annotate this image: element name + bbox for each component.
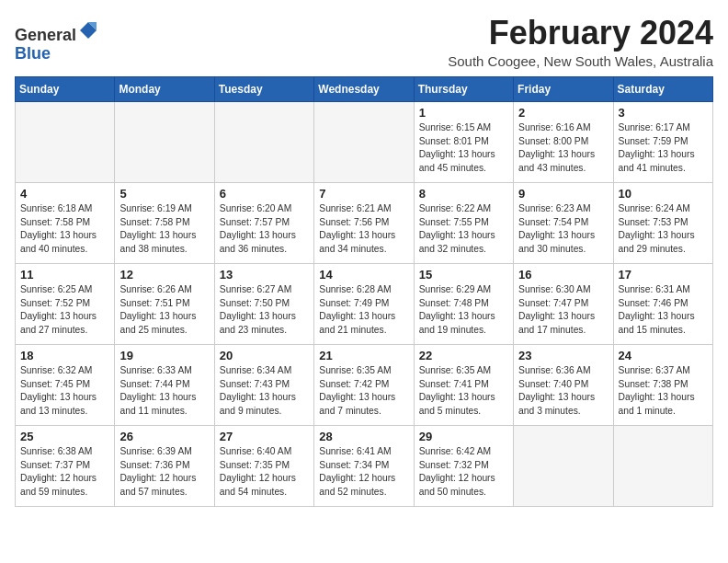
day-number: 6 — [220, 187, 309, 201]
day-info: Sunrise: 6:32 AMSunset: 7:45 PMDaylight:… — [20, 364, 109, 419]
calendar-cell: 28Sunrise: 6:41 AMSunset: 7:34 PMDayligh… — [314, 425, 414, 506]
calendar-cell: 7Sunrise: 6:21 AMSunset: 7:56 PMDaylight… — [314, 182, 414, 263]
day-info: Sunrise: 6:22 AMSunset: 7:55 PMDaylight:… — [419, 202, 508, 258]
day-info: Sunrise: 6:29 AMSunset: 7:48 PMDaylight:… — [419, 283, 508, 339]
logo-general: General — [15, 26, 76, 44]
day-header-wednesday: Wednesday — [314, 76, 414, 101]
day-number: 8 — [419, 187, 508, 201]
calendar-cell: 15Sunrise: 6:29 AMSunset: 7:48 PMDayligh… — [414, 263, 513, 344]
day-info: Sunrise: 6:24 AMSunset: 7:53 PMDaylight:… — [619, 202, 708, 258]
day-info: Sunrise: 6:28 AMSunset: 7:49 PMDaylight:… — [319, 283, 408, 339]
week-row-4: 18Sunrise: 6:32 AMSunset: 7:45 PMDayligh… — [16, 344, 713, 425]
calendar-cell: 27Sunrise: 6:40 AMSunset: 7:35 PMDayligh… — [214, 425, 313, 506]
day-info: Sunrise: 6:35 AMSunset: 7:42 PMDaylight:… — [319, 364, 408, 419]
day-number: 16 — [518, 268, 608, 282]
calendar-cell: 29Sunrise: 6:42 AMSunset: 7:32 PMDayligh… — [414, 425, 513, 506]
day-info: Sunrise: 6:34 AMSunset: 7:43 PMDaylight:… — [220, 364, 309, 419]
calendar-cell: 6Sunrise: 6:20 AMSunset: 7:57 PMDaylight… — [214, 182, 313, 263]
day-number: 5 — [119, 187, 209, 201]
calendar-cell: 17Sunrise: 6:31 AMSunset: 7:46 PMDayligh… — [613, 263, 712, 344]
calendar-cell: 14Sunrise: 6:28 AMSunset: 7:49 PMDayligh… — [314, 263, 414, 344]
day-info: Sunrise: 6:42 AMSunset: 7:32 PMDaylight:… — [419, 445, 508, 500]
day-info: Sunrise: 6:21 AMSunset: 7:56 PMDaylight:… — [319, 202, 408, 258]
day-number: 7 — [319, 187, 408, 201]
day-info: Sunrise: 6:39 AMSunset: 7:36 PMDaylight:… — [119, 445, 209, 500]
calendar-cell: 16Sunrise: 6:30 AMSunset: 7:47 PMDayligh… — [514, 263, 613, 344]
day-info: Sunrise: 6:19 AMSunset: 7:58 PMDaylight:… — [119, 202, 209, 258]
calendar-cell: 20Sunrise: 6:34 AMSunset: 7:43 PMDayligh… — [214, 344, 313, 425]
week-row-5: 25Sunrise: 6:38 AMSunset: 7:37 PMDayligh… — [16, 425, 713, 506]
day-number: 15 — [419, 268, 508, 282]
day-number: 29 — [419, 430, 508, 443]
day-header-tuesday: Tuesday — [214, 76, 313, 101]
calendar-cell — [514, 425, 613, 506]
day-header-sunday: Sunday — [16, 76, 115, 101]
day-info: Sunrise: 6:36 AMSunset: 7:40 PMDaylight:… — [518, 364, 608, 419]
calendar-table: SundayMondayTuesdayWednesdayThursdayFrid… — [15, 76, 713, 507]
calendar-cell: 22Sunrise: 6:35 AMSunset: 7:41 PMDayligh… — [414, 344, 513, 425]
day-number: 4 — [20, 187, 109, 201]
page-header: General Blue February 2024 South Coogee,… — [15, 15, 713, 69]
calendar-cell — [16, 101, 115, 182]
logo-blue: Blue — [15, 44, 51, 63]
calendar-cell: 1Sunrise: 6:15 AMSunset: 8:01 PMDaylight… — [414, 101, 513, 182]
day-number: 9 — [518, 187, 608, 201]
day-number: 24 — [619, 349, 708, 362]
day-info: Sunrise: 6:25 AMSunset: 7:52 PMDaylight:… — [20, 283, 109, 339]
day-info: Sunrise: 6:30 AMSunset: 7:47 PMDaylight:… — [518, 283, 608, 339]
calendar-cell: 18Sunrise: 6:32 AMSunset: 7:45 PMDayligh… — [16, 344, 115, 425]
calendar-cell — [214, 101, 313, 182]
day-number: 14 — [319, 268, 408, 282]
calendar-cell: 13Sunrise: 6:27 AMSunset: 7:50 PMDayligh… — [214, 263, 313, 344]
calendar-cell: 25Sunrise: 6:38 AMSunset: 7:37 PMDayligh… — [16, 425, 115, 506]
month-title: February 2024 — [448, 15, 713, 52]
day-info: Sunrise: 6:37 AMSunset: 7:38 PMDaylight:… — [619, 364, 708, 419]
title-block: February 2024 South Coogee, New South Wa… — [448, 15, 713, 69]
day-info: Sunrise: 6:38 AMSunset: 7:37 PMDaylight:… — [20, 445, 109, 500]
day-number: 13 — [220, 268, 309, 282]
calendar-cell: 19Sunrise: 6:33 AMSunset: 7:44 PMDayligh… — [115, 344, 214, 425]
day-info: Sunrise: 6:16 AMSunset: 8:00 PMDaylight:… — [518, 121, 608, 177]
day-number: 10 — [619, 187, 708, 201]
logo: General Blue — [15, 20, 98, 63]
day-info: Sunrise: 6:27 AMSunset: 7:50 PMDaylight:… — [220, 283, 309, 339]
logo-icon — [78, 20, 98, 40]
day-number: 20 — [220, 349, 309, 362]
day-number: 3 — [619, 106, 708, 120]
day-number: 12 — [119, 268, 209, 282]
calendar-cell: 26Sunrise: 6:39 AMSunset: 7:36 PMDayligh… — [115, 425, 214, 506]
day-info: Sunrise: 6:31 AMSunset: 7:46 PMDaylight:… — [619, 283, 708, 339]
day-info: Sunrise: 6:33 AMSunset: 7:44 PMDaylight:… — [119, 364, 209, 419]
day-info: Sunrise: 6:20 AMSunset: 7:57 PMDaylight:… — [220, 202, 309, 258]
day-header-thursday: Thursday — [414, 76, 513, 101]
day-number: 22 — [419, 349, 508, 362]
calendar-cell: 23Sunrise: 6:36 AMSunset: 7:40 PMDayligh… — [514, 344, 613, 425]
week-row-2: 4Sunrise: 6:18 AMSunset: 7:58 PMDaylight… — [16, 182, 713, 263]
day-number: 1 — [419, 106, 508, 120]
day-number: 23 — [518, 349, 608, 362]
day-info: Sunrise: 6:41 AMSunset: 7:34 PMDaylight:… — [319, 445, 408, 500]
day-info: Sunrise: 6:17 AMSunset: 7:59 PMDaylight:… — [619, 121, 708, 177]
calendar-header-row: SundayMondayTuesdayWednesdayThursdayFrid… — [16, 76, 713, 101]
day-number: 27 — [220, 430, 309, 443]
day-number: 2 — [518, 106, 608, 120]
day-info: Sunrise: 6:15 AMSunset: 8:01 PMDaylight:… — [419, 121, 508, 177]
day-number: 28 — [319, 430, 408, 443]
day-number: 25 — [20, 430, 109, 443]
day-number: 17 — [619, 268, 708, 282]
day-info: Sunrise: 6:18 AMSunset: 7:58 PMDaylight:… — [20, 202, 109, 258]
calendar-cell: 24Sunrise: 6:37 AMSunset: 7:38 PMDayligh… — [613, 344, 712, 425]
day-number: 18 — [20, 349, 109, 362]
calendar-cell: 10Sunrise: 6:24 AMSunset: 7:53 PMDayligh… — [613, 182, 712, 263]
calendar-cell: 5Sunrise: 6:19 AMSunset: 7:58 PMDaylight… — [115, 182, 214, 263]
day-header-friday: Friday — [514, 76, 613, 101]
week-row-1: 1Sunrise: 6:15 AMSunset: 8:01 PMDaylight… — [16, 101, 713, 182]
calendar-cell — [115, 101, 214, 182]
day-number: 26 — [119, 430, 209, 443]
day-info: Sunrise: 6:23 AMSunset: 7:54 PMDaylight:… — [518, 202, 608, 258]
day-info: Sunrise: 6:40 AMSunset: 7:35 PMDaylight:… — [220, 445, 309, 500]
calendar-cell — [613, 425, 712, 506]
calendar-cell: 4Sunrise: 6:18 AMSunset: 7:58 PMDaylight… — [16, 182, 115, 263]
day-number: 21 — [319, 349, 408, 362]
day-header-saturday: Saturday — [613, 76, 712, 101]
